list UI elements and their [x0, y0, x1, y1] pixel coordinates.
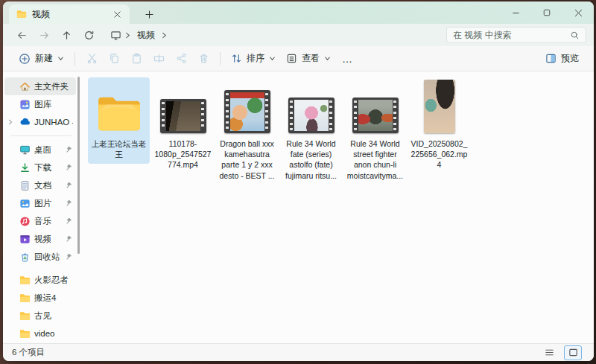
- files-area: 上老王论坛当老王 110178-1080p_2547527774.mp4 Dra…: [80, 71, 594, 343]
- chevron-down-icon: [57, 55, 64, 62]
- sidebar-item-label: JUNHAO -: [34, 118, 73, 127]
- chevron-right-icon: [124, 32, 131, 39]
- file-item-video[interactable]: Rule 34 World fate (series) astolfo (fat…: [280, 77, 342, 185]
- sidebar-item-gallery[interactable]: 图库: [4, 95, 76, 113]
- file-name: Rule 34 World fate (series) astolfo (fat…: [281, 138, 341, 181]
- close-button[interactable]: [562, 1, 594, 24]
- sidebar-item-pictures[interactable]: 图片: [4, 194, 76, 212]
- search-input[interactable]: [453, 30, 570, 40]
- explorer-tab[interactable]: 视频: [9, 4, 130, 24]
- sidebar-divider: [10, 135, 72, 136]
- pin-icon: [65, 182, 73, 189]
- folder-large-icon: [96, 95, 142, 133]
- search-icon: [570, 31, 580, 40]
- sidebar-item-label: 视频: [34, 234, 61, 245]
- sidebar-item-label: 图库: [34, 99, 73, 110]
- maximize-button[interactable]: [531, 1, 562, 24]
- sidebar-item-downloads[interactable]: 下载: [4, 159, 76, 176]
- sidebar-item-music[interactable]: 音乐: [4, 212, 76, 230]
- sidebar-item-videos[interactable]: 视频: [4, 230, 76, 248]
- sidebar-item-documents[interactable]: 文档: [4, 176, 76, 194]
- expand-chevron-icon[interactable]: [6, 119, 15, 125]
- sidebar-item-onedrive[interactable]: JUNHAO -: [4, 113, 76, 131]
- video-thumbnail: [352, 98, 399, 133]
- sidebar-item-folder-naruto[interactable]: 火影忍者: [4, 271, 76, 289]
- pin-icon: [65, 199, 73, 207]
- rename-icon[interactable]: [149, 49, 168, 68]
- toolbar-divider: [74, 52, 75, 66]
- file-item-video[interactable]: Rule 34 World street fighter anon chun-l…: [344, 77, 406, 185]
- file-name: VID_20250802_225656_062.mp4: [409, 138, 469, 170]
- chevron-down-icon: [324, 55, 331, 62]
- file-item-video[interactable]: VID_20250802_225656_062.mp4: [408, 77, 470, 175]
- sidebar-item-folder-banyun4[interactable]: 搬运4: [4, 289, 76, 307]
- delete-icon[interactable]: [194, 49, 213, 68]
- sort-button[interactable]: 排序: [226, 49, 281, 68]
- view-button-label: 查看: [302, 52, 320, 65]
- folder-icon: [19, 293, 31, 303]
- sidebar-item-folder-gujian[interactable]: 古见: [4, 307, 76, 325]
- sidebar-item-label: 回收站: [34, 252, 61, 263]
- preview-pane-icon: [545, 53, 557, 64]
- file-item-video[interactable]: 110178-1080p_2547527774.mp4: [152, 77, 214, 175]
- search-box[interactable]: [446, 27, 586, 43]
- new-tab-button[interactable]: [140, 5, 158, 23]
- address-bar: 视频: [3, 24, 594, 46]
- sidebar-scrollbar[interactable]: [77, 77, 80, 254]
- forward-button[interactable]: [33, 25, 55, 45]
- see-more-button[interactable]: …: [336, 53, 359, 65]
- folder-icon: [19, 311, 31, 321]
- desktop-icon: [19, 144, 31, 156]
- file-name: Rule 34 World street fighter anon chun-l…: [345, 138, 405, 181]
- downloads-icon: [19, 162, 31, 173]
- pin-icon: [65, 146, 73, 153]
- video-thumbnail: [160, 99, 206, 133]
- file-item-folder[interactable]: 上老王论坛当老王: [88, 77, 150, 164]
- pin-icon: [65, 164, 73, 171]
- sidebar-item-label: 文档: [34, 180, 61, 191]
- file-name: 上老王论坛当老王: [89, 138, 149, 159]
- preview-button-label: 预览: [561, 52, 579, 65]
- details-view-button[interactable]: [540, 345, 558, 360]
- minimize-button[interactable]: [500, 1, 531, 24]
- sidebar-item-label: 火影忍者: [34, 275, 73, 286]
- paste-icon[interactable]: [127, 49, 146, 68]
- titlebar: 视频: [3, 1, 594, 24]
- view-button[interactable]: 查看: [281, 49, 336, 68]
- refresh-button[interactable]: [77, 25, 100, 45]
- main-area: 主文件夹 图库 JUNHAO -: [3, 71, 594, 343]
- copy-icon[interactable]: [104, 49, 124, 68]
- status-bar: 6 个项目: [3, 343, 594, 361]
- up-button[interactable]: [55, 25, 77, 45]
- onedrive-icon: [19, 116, 31, 128]
- folder-icon: [19, 329, 31, 339]
- this-pc-icon[interactable]: [110, 30, 121, 41]
- preview-button[interactable]: 预览: [541, 49, 583, 68]
- command-toolbar: 新建 排序: [3, 46, 594, 71]
- sidebar-item-label: 古见: [34, 310, 73, 322]
- chevron-right-icon[interactable]: [161, 32, 168, 39]
- item-count: 6 个项目: [12, 347, 45, 358]
- sidebar-item-label: video: [34, 329, 73, 338]
- toolbar-divider: [220, 52, 221, 66]
- pin-icon: [65, 235, 73, 243]
- file-item-video[interactable]: Dragon ball xxx kamehasutra parte 1 y 2 …: [216, 77, 278, 185]
- video-thumbnail: [224, 90, 270, 133]
- back-button[interactable]: [10, 25, 33, 45]
- chevron-down-icon: [269, 55, 276, 62]
- breadcrumb-location[interactable]: 视频: [134, 28, 158, 43]
- sidebar-item-desktop[interactable]: 桌面: [4, 141, 76, 159]
- documents-icon: [19, 180, 31, 191]
- sidebar-item-home[interactable]: 主文件夹: [4, 77, 76, 95]
- tab-close-icon[interactable]: [110, 7, 124, 21]
- gallery-icon: [19, 99, 31, 110]
- new-button[interactable]: 新建: [13, 49, 69, 68]
- cut-icon[interactable]: [82, 49, 101, 68]
- sidebar-item-label: 下载: [34, 162, 61, 173]
- share-icon[interactable]: [171, 49, 191, 68]
- navigation-pane: 主文件夹 图库 JUNHAO -: [3, 71, 80, 343]
- sidebar-item-recycle-bin[interactable]: 回收站: [4, 248, 76, 266]
- sidebar-item-folder-video[interactable]: video: [4, 325, 76, 342]
- large-icons-view-button[interactable]: [564, 345, 582, 360]
- music-icon: [19, 216, 31, 227]
